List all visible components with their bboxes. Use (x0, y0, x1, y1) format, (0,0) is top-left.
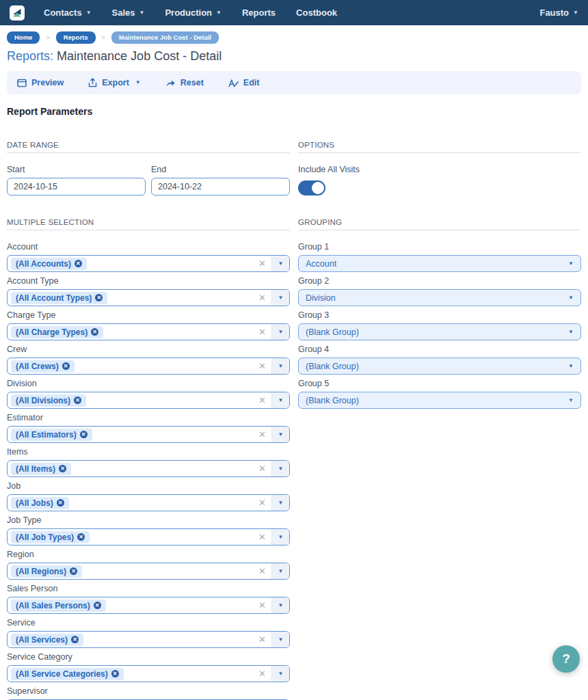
help-button[interactable]: ? (552, 645, 580, 673)
dropdown-caret-icon[interactable]: ▼ (271, 324, 289, 340)
group-select[interactable]: Account ▼ (298, 255, 581, 272)
tag-remove-icon[interactable]: ✕ (91, 328, 98, 336)
dropdown-caret-icon[interactable]: ▼ (271, 427, 289, 442)
clear-icon[interactable]: ✕ (253, 463, 271, 474)
dropdown-caret-icon[interactable]: ▼ (271, 563, 289, 579)
selected-tag[interactable]: (All Accounts) ✕ (11, 258, 87, 270)
selected-tag[interactable]: (All Services) ✕ (11, 634, 83, 646)
tag-remove-icon[interactable]: ✕ (77, 533, 85, 541)
dropdown-caret-icon[interactable]: ▼ (271, 256, 289, 271)
selected-tag[interactable]: (All Sales Persons) ✕ (11, 600, 106, 612)
group-row: Group 1 Account ▼ (298, 242, 581, 272)
group-select[interactable]: (Blank Group) ▼ (298, 392, 581, 409)
selected-tag[interactable]: (All Service Categories) ✕ (11, 668, 124, 680)
clear-icon[interactable]: ✕ (253, 498, 271, 508)
selected-tag[interactable]: (All Estimators) ✕ (11, 429, 92, 441)
filter-multiselect[interactable]: (All Job Types) ✕ ✕ ▼ (7, 528, 290, 546)
nav-item-reports[interactable]: Reports (242, 8, 276, 18)
export-button[interactable]: Export ▼ (88, 78, 141, 88)
filter-multiselect[interactable]: (All Service Categories) ✕ ✕ ▼ (7, 665, 290, 682)
tag-remove-icon[interactable]: ✕ (57, 499, 64, 507)
clear-icon[interactable]: ✕ (253, 293, 271, 303)
clear-icon[interactable]: ✕ (253, 395, 271, 405)
tag-remove-icon[interactable]: ✕ (75, 260, 82, 267)
selected-tag[interactable]: (All Regions) ✕ (11, 565, 82, 578)
selected-tag[interactable]: (All Jobs) ✕ (11, 497, 69, 509)
nav-item-sales[interactable]: Sales ▼ (112, 8, 145, 18)
tag-remove-icon[interactable]: ✕ (94, 602, 101, 609)
nav-item-production[interactable]: Production ▼ (165, 8, 222, 18)
dropdown-caret-icon[interactable]: ▼ (271, 461, 289, 476)
clear-icon[interactable]: ✕ (253, 669, 271, 679)
breadcrumb-home[interactable]: Home (7, 31, 40, 44)
group-select[interactable]: (Blank Group) ▼ (298, 323, 581, 340)
dropdown-caret-icon[interactable]: ▼ (271, 290, 289, 306)
include-all-visits-label: Include All Visits (298, 165, 581, 175)
filter-multiselect[interactable]: (All Account Types) ✕ ✕ ▼ (7, 289, 290, 306)
question-mark-icon: ? (562, 651, 570, 667)
filter-multiselect[interactable]: (All Estimators) ✕ ✕ ▼ (7, 426, 290, 443)
filter-multiselect[interactable]: (All Jobs) ✕ ✕ ▼ (7, 494, 290, 511)
clear-icon[interactable]: ✕ (253, 532, 271, 542)
group-value: (Blank Group) (306, 396, 359, 405)
tag-remove-icon[interactable]: ✕ (95, 294, 103, 301)
filter-multiselect[interactable]: (All Services) ✕ ✕ ▼ (7, 631, 290, 648)
filter-multiselect[interactable]: (All Sales Persons) ✕ ✕ ▼ (7, 597, 290, 614)
user-menu[interactable]: Fausto ▼ (539, 8, 578, 18)
selected-tag[interactable]: (All Items) ✕ (11, 463, 71, 475)
clear-icon[interactable]: ✕ (253, 429, 271, 440)
group-select[interactable]: Division ▼ (298, 289, 581, 306)
tag-remove-icon[interactable]: ✕ (62, 362, 70, 370)
selected-tag[interactable]: (All Divisions) ✕ (11, 394, 86, 407)
filter-label: Region (7, 550, 290, 560)
tag-remove-icon[interactable]: ✕ (111, 670, 119, 677)
clear-icon[interactable]: ✕ (253, 634, 271, 645)
start-date-input[interactable] (7, 178, 146, 196)
tag-remove-icon[interactable]: ✕ (80, 431, 88, 438)
edit-button[interactable]: Edit (228, 78, 260, 88)
group-select[interactable]: (Blank Group) ▼ (298, 358, 581, 375)
breadcrumb-current[interactable]: Maintenance Job Cost - Detail (111, 31, 219, 44)
clear-icon[interactable]: ✕ (253, 600, 271, 610)
clear-icon[interactable]: ✕ (253, 258, 271, 269)
dropdown-caret-icon[interactable]: ▼ (271, 666, 289, 682)
clear-icon[interactable]: ✕ (253, 361, 271, 371)
filter-label: Job Type (7, 515, 290, 526)
app-logo-icon[interactable] (10, 5, 25, 21)
reset-icon (165, 79, 176, 88)
tag-remove-icon[interactable]: ✕ (71, 636, 79, 643)
tag-remove-icon[interactable]: ✕ (70, 567, 77, 575)
selected-tag[interactable]: (All Charge Types) ✕ (11, 326, 103, 338)
filter-multiselect[interactable]: (All Accounts) ✕ ✕ ▼ (7, 255, 290, 272)
selected-tag[interactable]: (All Account Types) ✕ (11, 292, 107, 304)
multiselect-controls: ✕ ▼ (253, 392, 289, 408)
nav-item-contacts[interactable]: Contacts ▼ (44, 8, 92, 18)
reset-button[interactable]: Reset (165, 78, 204, 88)
filter-multiselect[interactable]: (All Items) ✕ ✕ ▼ (7, 460, 290, 477)
tag-remove-icon[interactable]: ✕ (74, 396, 81, 404)
end-date-input[interactable] (151, 178, 290, 196)
selected-tag[interactable]: (All Crews) ✕ (11, 360, 75, 373)
filter-multiselect[interactable]: (All Divisions) ✕ ✕ ▼ (7, 392, 290, 409)
filter-multiselect[interactable]: (All Crews) ✕ ✕ ▼ (7, 358, 290, 375)
dropdown-caret-icon[interactable]: ▼ (271, 392, 289, 408)
filter-multiselect[interactable]: (All Regions) ✕ ✕ ▼ (7, 563, 290, 580)
dropdown-caret-icon[interactable]: ▼ (271, 529, 289, 545)
nav-item-costbook[interactable]: Costbook (296, 8, 337, 18)
filter-multiselect[interactable]: (All Charge Types) ✕ ✕ ▼ (7, 323, 290, 340)
clear-icon[interactable]: ✕ (253, 327, 271, 337)
multiselect-controls: ✕ ▼ (253, 461, 289, 476)
tag-remove-icon[interactable]: ✕ (59, 465, 66, 472)
tag-label: (All Crews) (16, 360, 59, 373)
clear-icon[interactable]: ✕ (253, 566, 271, 576)
dropdown-caret-icon[interactable]: ▼ (271, 632, 289, 647)
selected-tag[interactable]: (All Job Types) ✕ (11, 531, 90, 543)
preview-label: Preview (31, 78, 64, 88)
dropdown-caret-icon[interactable]: ▼ (271, 495, 289, 511)
breadcrumb-reports[interactable]: Reports (56, 31, 96, 44)
include-all-visits-toggle[interactable] (298, 180, 325, 196)
preview-button[interactable]: Preview (17, 78, 64, 88)
dropdown-caret-icon[interactable]: ▼ (271, 358, 289, 374)
multiselect-controls: ✕ ▼ (253, 495, 289, 511)
dropdown-caret-icon[interactable]: ▼ (271, 597, 289, 613)
